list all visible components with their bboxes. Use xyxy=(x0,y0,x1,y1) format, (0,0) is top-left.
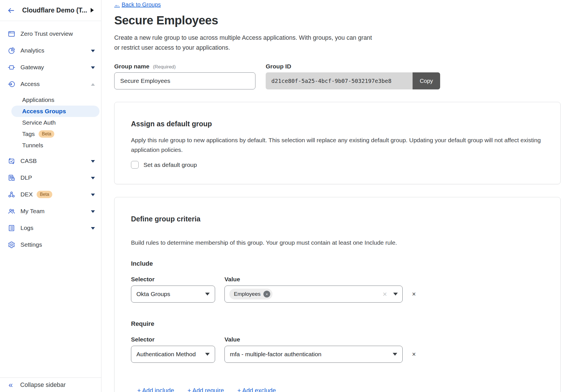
add-rule-links: + Add include + Add require + Add exclud… xyxy=(137,387,544,392)
require-label-row: Selector Value xyxy=(131,336,544,343)
back-arrow-icon: ← xyxy=(114,1,120,8)
sidebar-item-analytics[interactable]: Analytics xyxy=(0,44,101,57)
sidebar-item-settings[interactable]: Settings xyxy=(0,238,101,251)
group-name-label: Group name xyxy=(114,63,149,70)
checkbox-label: Set as default group xyxy=(143,162,197,168)
dex-network-icon xyxy=(7,190,15,198)
back-arrow-icon[interactable] xyxy=(7,6,15,15)
chevron-down-icon xyxy=(205,293,210,295)
require-selector-dropdown[interactable]: Authentication Method xyxy=(131,346,215,363)
group-form-row: Group name (Required) Group ID d21ce80f-… xyxy=(114,63,568,89)
copy-button[interactable]: Copy xyxy=(413,72,440,89)
access-submenu: Applications Access Groups Service Auth … xyxy=(0,94,101,151)
sidebar-item-tags[interactable]: Tags Beta xyxy=(0,128,101,140)
card-description: Build rules to determine membership of t… xyxy=(131,238,544,248)
card-title: Define group criteria xyxy=(131,215,544,223)
chevron-up-icon[interactable] xyxy=(91,83,95,86)
group-id-column: Group ID d21ce80f-5a25-4bcf-9b07-5032197… xyxy=(266,63,440,89)
sidebar: Cloudflare Demo (T... Zero Trust overvie… xyxy=(0,0,101,392)
sidebar-item-dex[interactable]: DEX Beta xyxy=(0,188,101,201)
include-rule-row: Okta Groups Employees × × × xyxy=(131,286,544,303)
define-group-criteria-card: Define group criteria Build rules to det… xyxy=(114,197,561,392)
group-name-column: Group name (Required) xyxy=(114,63,255,89)
value-label: Value xyxy=(224,336,403,343)
add-require-link[interactable]: + Add require xyxy=(188,387,224,392)
sidebar-item-access[interactable]: Access xyxy=(0,77,101,91)
selector-label: Selector xyxy=(131,336,215,343)
page-title: Secure Employees xyxy=(114,14,568,27)
sidebar-item-casb[interactable]: CASB xyxy=(0,154,101,167)
analytics-pie-icon xyxy=(7,47,15,54)
chevron-down-icon[interactable] xyxy=(91,50,95,52)
back-to-groups-link[interactable]: ← Back to Groups xyxy=(114,1,161,8)
require-value-dropdown[interactable]: mfa - multiple-factor authentication xyxy=(224,346,403,363)
include-section-heading: Include xyxy=(131,260,544,267)
sidebar-item-applications[interactable]: Applications xyxy=(0,94,101,106)
access-icon xyxy=(7,80,15,88)
logs-list-icon xyxy=(7,224,15,232)
chevron-down-icon[interactable] xyxy=(91,227,95,230)
sidebar-item-access-groups[interactable]: Access Groups xyxy=(11,106,99,117)
card-title: Assign as default group xyxy=(131,120,544,128)
dlp-document-lock-icon xyxy=(7,174,15,182)
sidebar-account-header[interactable]: Cloudflare Demo (T... xyxy=(0,0,101,21)
gateway-icon xyxy=(7,63,15,71)
collapse-sidebar-button[interactable]: « Collapse sidebar xyxy=(0,378,101,392)
group-name-input[interactable] xyxy=(114,72,255,89)
sidebar-item-gateway[interactable]: Gateway xyxy=(0,61,101,74)
require-section-heading: Require xyxy=(131,320,544,328)
gear-icon xyxy=(7,241,15,249)
people-icon xyxy=(7,207,15,215)
include-selector-dropdown[interactable]: Okta Groups xyxy=(131,286,215,303)
set-default-group-checkbox-row[interactable]: Set as default group xyxy=(131,161,544,169)
sidebar-item-service-auth[interactable]: Service Auth xyxy=(0,117,101,128)
group-id-label: Group ID xyxy=(266,63,440,70)
sidebar-item-logs[interactable]: Logs xyxy=(0,221,101,234)
page-description: Create a new rule group to use across mu… xyxy=(114,33,568,53)
include-value-multiselect[interactable]: Employees × × xyxy=(224,286,403,303)
sidebar-item-tunnels[interactable]: Tunnels xyxy=(0,140,101,151)
delete-include-rule-icon[interactable]: × xyxy=(412,290,416,298)
chevron-down-icon xyxy=(393,353,397,356)
value-label: Value xyxy=(224,276,403,283)
overview-window-icon xyxy=(7,30,15,38)
beta-badge: Beta xyxy=(37,191,52,198)
collapse-chevrons-icon: « xyxy=(9,382,13,388)
sidebar-item-zero-trust-overview[interactable]: Zero Trust overview xyxy=(0,27,101,40)
chevron-down-icon[interactable] xyxy=(91,194,95,196)
checkbox[interactable] xyxy=(131,161,139,169)
selector-label: Selector xyxy=(131,276,215,283)
sidebar-item-my-team[interactable]: My Team xyxy=(0,205,101,218)
chevron-down-icon xyxy=(205,353,210,356)
chevron-down-icon[interactable] xyxy=(91,177,95,179)
chevron-down-icon[interactable] xyxy=(91,66,95,69)
include-label-row: Selector Value xyxy=(131,276,544,283)
required-hint: (Required) xyxy=(153,64,176,70)
value-chip: Employees × xyxy=(229,289,272,299)
sidebar-item-dlp[interactable]: DLP xyxy=(0,171,101,184)
delete-require-rule-icon[interactable]: × xyxy=(412,351,416,358)
chevron-down-icon[interactable] xyxy=(91,160,95,163)
group-id-value: d21ce80f-5a25-4bcf-9b07-5032197e3be8 xyxy=(266,72,413,89)
assign-default-group-card: Assign as default group Apply this rule … xyxy=(114,102,561,184)
clear-value-icon[interactable]: × xyxy=(383,290,387,298)
casb-icon xyxy=(7,157,15,165)
sidebar-nav: Zero Trust overview Analytics Gateway Ac… xyxy=(0,21,101,251)
chevron-down-icon[interactable] xyxy=(91,210,95,213)
chevron-down-icon[interactable] xyxy=(393,293,398,295)
card-description: Apply this rule group to new application… xyxy=(131,135,544,155)
beta-badge: Beta xyxy=(39,130,54,138)
require-rule-row: Authentication Method mfa - multiple-fac… xyxy=(131,346,544,363)
add-exclude-link[interactable]: + Add exclude xyxy=(237,387,276,392)
main-content: ← Back to Groups Secure Employees Create… xyxy=(101,0,568,392)
remove-chip-icon[interactable]: × xyxy=(263,291,270,297)
account-name: Cloudflare Demo (T... xyxy=(22,7,97,14)
add-include-link[interactable]: + Add include xyxy=(137,387,174,392)
expand-caret-icon[interactable] xyxy=(91,8,94,12)
